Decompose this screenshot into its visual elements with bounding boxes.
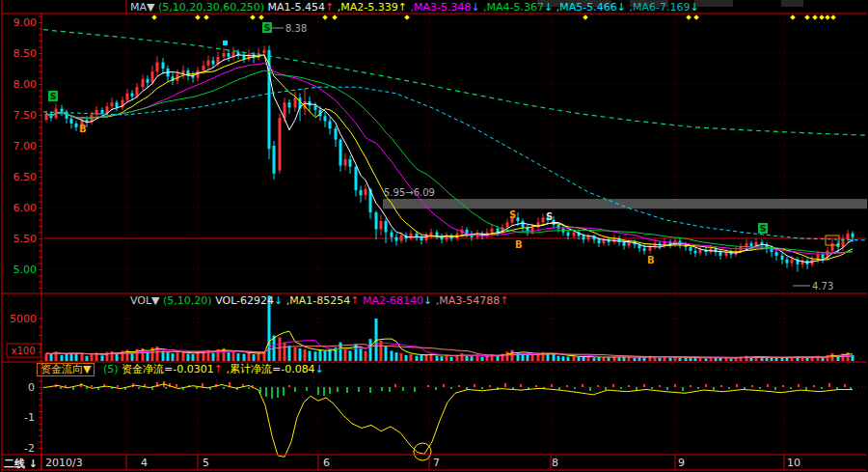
volume-bar <box>527 355 529 361</box>
volume-bar <box>369 339 372 361</box>
volume-bar <box>228 352 231 361</box>
fundflow-indicator-header: 资金流向▼ (5) 资金净流=-0.0301↑ ,累计净流=-0.084↓ <box>37 363 324 376</box>
volume-bar <box>562 356 565 361</box>
fund-bar-negative <box>697 387 699 389</box>
volume-bar <box>669 357 672 361</box>
volume-bar <box>827 355 829 361</box>
fundflow-dropdown[interactable]: 资金流向▼ <box>37 363 95 376</box>
ma-dropdown[interactable]: MA▼ <box>130 1 154 14</box>
candle-body <box>719 252 722 256</box>
sell-signal-letter: S <box>264 23 270 33</box>
volume-bar <box>416 356 419 361</box>
buy-signal-letter: B <box>79 124 87 134</box>
chart-canvas[interactable]: 5.95→6.099.008.508.007.507.006.506.005.5… <box>0 0 868 472</box>
candle-body <box>131 94 134 97</box>
event-mark-icon <box>203 14 209 20</box>
candle-body <box>111 102 114 106</box>
header-segment: MA1-5.454 <box>268 1 325 14</box>
candle-body <box>223 53 226 57</box>
candle-body <box>309 101 312 105</box>
header-segment: ,MA4-5.367 <box>480 1 544 14</box>
candle-body <box>375 212 378 229</box>
fund-bar-positive <box>427 385 429 387</box>
candle-body <box>583 236 585 239</box>
header-segment: ↓ <box>423 294 432 307</box>
fund-bar-negative <box>713 387 715 390</box>
fund-bar-negative <box>666 387 668 390</box>
month-label: 4 <box>141 457 148 469</box>
volume-bar <box>791 357 794 361</box>
fund-bar-positive <box>643 384 645 387</box>
header-segment: (5,10,20,30,60,250) <box>154 1 267 14</box>
fund-bar-positive <box>705 384 707 387</box>
event-mark-icon <box>686 14 692 20</box>
fund-bar-negative <box>306 387 308 391</box>
peak-price-label: 8.38 <box>285 23 307 34</box>
candle-body <box>324 116 327 121</box>
fund-bar-negative <box>589 387 591 391</box>
fund-bar-positive <box>176 384 177 387</box>
fund-bar-positive <box>720 385 722 387</box>
fund-bar-positive <box>844 384 846 387</box>
candle-body <box>136 87 139 97</box>
candle-body <box>116 102 119 107</box>
candle-body <box>126 94 129 100</box>
candle-body <box>420 237 423 240</box>
fund-bar-negative <box>60 387 62 389</box>
candle-body <box>817 255 820 260</box>
candle-body <box>775 252 778 256</box>
candle-body <box>355 167 358 190</box>
fund-bar-negative <box>682 387 684 391</box>
candle-body <box>643 248 646 251</box>
fund-bar-positive <box>65 385 67 387</box>
period-selector[interactable]: 二线 ↓ <box>4 457 38 471</box>
volume-bar <box>410 354 413 361</box>
event-mark-icon <box>322 14 328 20</box>
fund-bar-positive <box>91 385 93 387</box>
event-mark-icon <box>804 14 810 20</box>
candle-body <box>391 233 393 237</box>
volume-bar <box>476 356 479 361</box>
price-axis-label: 7.00 <box>14 140 38 153</box>
candle-body <box>400 236 403 241</box>
month-label: 5 <box>203 457 209 469</box>
volume-bar <box>511 350 514 361</box>
fund-bar-positive <box>767 384 769 387</box>
volume-bar <box>583 357 585 361</box>
fund-bar-negative <box>358 387 360 392</box>
candle-body <box>360 190 363 195</box>
fund-bar-negative <box>636 387 637 390</box>
volume-bar <box>771 358 773 361</box>
price-axis-label: 5.50 <box>14 233 38 245</box>
fund-bar-negative <box>850 387 852 389</box>
sell-signal-letter: S <box>50 92 56 101</box>
candle-body <box>710 248 713 252</box>
header-segment: ,MA3-5.348 <box>407 1 471 14</box>
candle-body <box>430 233 433 236</box>
candle-body <box>847 234 850 239</box>
header-segment: ,MA3-54788 <box>432 294 500 307</box>
fund-bar-negative <box>774 387 776 390</box>
fundflow-values: (5) 资金净流=-0.0301↑ ,累计净流=-0.084↓ <box>99 363 323 375</box>
vol-dropdown[interactable]: VOL▼ <box>130 294 160 307</box>
fund-bar-positive <box>736 384 738 387</box>
volume-indicator-header: VOL▼ (5,10,20) VOL-62924↓ ,MA1-85254↑ MA… <box>130 294 508 307</box>
volume-bar <box>81 353 84 361</box>
candle-body <box>294 97 297 107</box>
event-mark-icon <box>151 14 157 20</box>
volume-bar <box>279 337 282 361</box>
volume-bar <box>725 358 728 361</box>
volume-bar <box>573 356 576 361</box>
event-mark-icon <box>404 14 410 20</box>
candle-body <box>344 159 347 165</box>
volume-bar <box>349 350 352 361</box>
volume-bar <box>319 350 322 361</box>
volume-bar <box>634 358 637 361</box>
candle-body <box>279 118 282 170</box>
candle-body <box>329 121 332 128</box>
event-mark-icon <box>583 14 588 20</box>
volume-bar <box>86 356 89 361</box>
candle-body <box>365 189 367 195</box>
ma20-line <box>46 64 853 255</box>
header-segment: ↑ <box>214 363 223 375</box>
